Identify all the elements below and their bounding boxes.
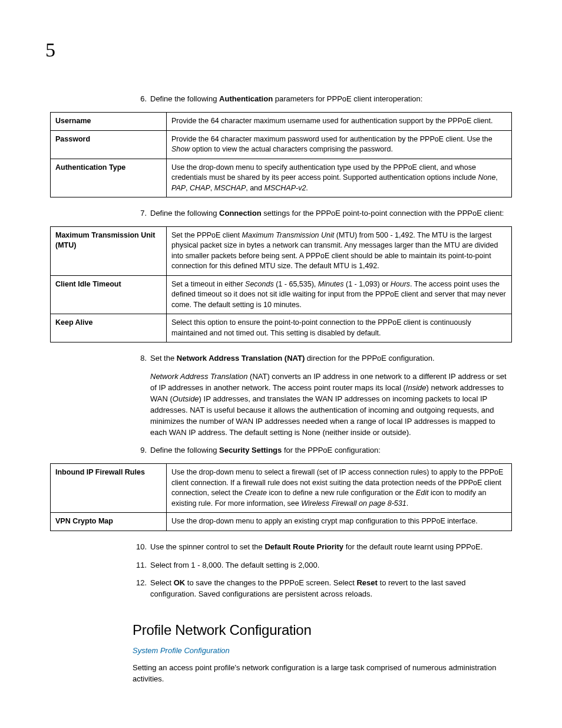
step-number: 12.: [133, 578, 147, 589]
param-label: Authentication Type: [51, 159, 167, 197]
step-number: 8.: [133, 353, 147, 364]
param-label: Maximum Transmission Unit (MTU): [51, 226, 167, 275]
table-row: Username Provide the 64 character maximu…: [51, 113, 512, 131]
chapter-number: 5: [45, 35, 512, 64]
param-desc: Set a timeout in either Seconds (1 - 65,…: [167, 275, 512, 314]
step-text: Use the spinner control to set the Defau…: [150, 542, 482, 551]
param-label: VPN Crypto Map: [51, 513, 167, 531]
param-label: Username: [51, 113, 167, 131]
step-number: 9.: [133, 445, 147, 456]
step-10: 10. Use the spinner control to set the D…: [133, 542, 512, 553]
step-text: Select OK to save the changes to the PPP…: [150, 578, 465, 598]
step-7: 7. Define the following Connection setti…: [133, 208, 512, 219]
table-row: Keep Alive Select this option to ensure …: [51, 314, 512, 342]
table-row: Authentication Type Use the drop-down me…: [51, 159, 512, 197]
connection-params-table: Maximum Transmission Unit (MTU) Set the …: [50, 226, 512, 343]
breadcrumb-link[interactable]: System Profile Configuration: [133, 645, 512, 657]
step-number: 11.: [133, 560, 147, 571]
param-desc: Use the drop-down menu to specify authen…: [167, 159, 512, 197]
param-desc: Provide the 64 character maximum usernam…: [167, 113, 512, 131]
security-params-table: Inbound IP Firewall Rules Use the drop-d…: [50, 463, 512, 531]
step-11: 11. Select from 1 - 8,000. The default s…: [133, 560, 512, 571]
authentication-params-table: Username Provide the 64 character maximu…: [50, 112, 512, 197]
param-label: Client Idle Timeout: [51, 275, 167, 314]
table-row: Client Idle Timeout Set a timeout in eit…: [51, 275, 512, 314]
param-desc: Provide the 64 character maximum passwor…: [167, 130, 512, 159]
param-desc: Select this option to ensure the point-t…: [167, 314, 512, 342]
nat-paragraph: Network Address Translation (NAT) conver…: [150, 371, 512, 438]
step-12: 12. Select OK to save the changes to the…: [133, 578, 512, 600]
param-label: Inbound IP Firewall Rules: [51, 464, 167, 513]
table-row: VPN Crypto Map Use the drop-down menu to…: [51, 513, 512, 531]
step-text: Set the Network Address Translation (NAT…: [150, 354, 435, 363]
step-number: 10.: [133, 542, 147, 553]
step-number: 6.: [133, 94, 147, 105]
table-row: Password Provide the 64 character maximu…: [51, 130, 512, 159]
param-desc: Use the drop-down menu to select a firew…: [167, 464, 512, 513]
section-intro: Setting an access point profile's networ…: [133, 663, 512, 685]
param-label: Password: [51, 130, 167, 159]
step-text: Define the following Authentication para…: [150, 94, 422, 103]
param-label: Keep Alive: [51, 314, 167, 342]
section-heading: Profile Network Configuration: [133, 620, 512, 641]
step-text: Select from 1 - 8,000. The default setti…: [150, 561, 319, 569]
param-desc: Set the PPPoE client Maximum Transmissio…: [167, 226, 512, 275]
step-text: Define the following Security Settings f…: [150, 446, 381, 454]
step-number: 7.: [133, 208, 147, 219]
table-row: Inbound IP Firewall Rules Use the drop-d…: [51, 464, 512, 513]
step-8: 8. Set the Network Address Translation (…: [133, 353, 512, 438]
param-desc: Use the drop-down menu to apply an exist…: [167, 513, 512, 531]
table-row: Maximum Transmission Unit (MTU) Set the …: [51, 226, 512, 275]
step-9: 9. Define the following Security Setting…: [133, 445, 512, 456]
step-6: 6. Define the following Authentication p…: [133, 94, 512, 105]
step-text: Define the following Connection settings…: [150, 209, 504, 218]
